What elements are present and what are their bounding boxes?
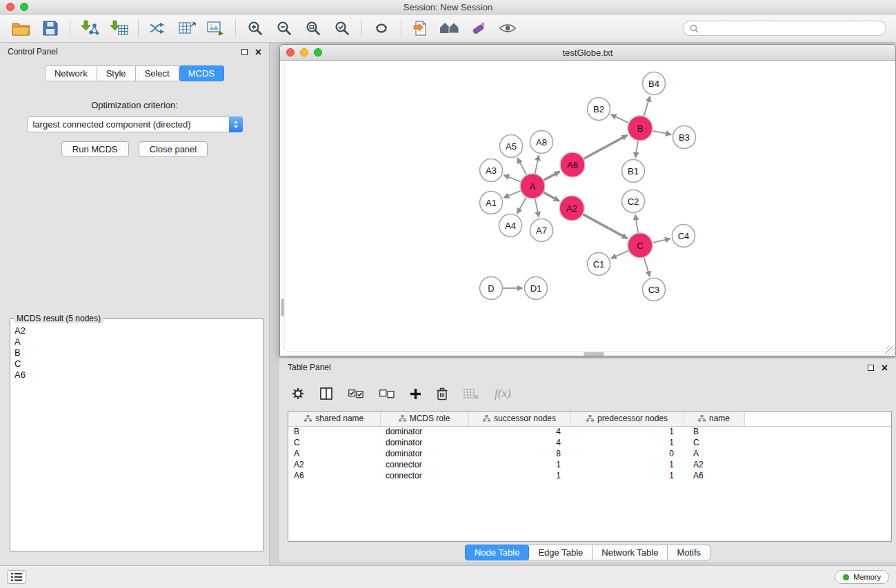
add-row-button[interactable] — [410, 389, 421, 399]
edge-A-A6[interactable] — [544, 172, 560, 181]
tab-style[interactable]: Style — [97, 65, 136, 81]
edge-A-A5[interactable] — [517, 158, 526, 175]
float-table-panel-icon[interactable] — [868, 365, 874, 371]
table-cell[interactable]: B — [288, 426, 380, 437]
edge-C-C1[interactable] — [611, 250, 629, 258]
table-tab-network-table[interactable]: Network Table — [593, 545, 668, 560]
zoom-in-button[interactable] — [241, 17, 270, 40]
table-row[interactable]: A2connector11A2 — [288, 459, 892, 470]
edge-A-A2[interactable] — [544, 192, 559, 201]
edge-B-B2[interactable] — [611, 114, 629, 123]
open-session-button[interactable] — [7, 17, 36, 40]
edge-A-A7[interactable] — [535, 199, 539, 217]
new-table-button[interactable] — [172, 17, 201, 40]
import-table-button[interactable] — [104, 17, 133, 40]
zoom-window-button[interactable] — [20, 3, 28, 11]
tab-mcds[interactable]: MCDS — [179, 65, 224, 81]
table-cell[interactable]: connector — [380, 459, 468, 470]
close-network-button[interactable] — [286, 48, 295, 57]
table-cell[interactable]: A2 — [288, 459, 380, 470]
search-field[interactable] — [683, 21, 886, 36]
table-cell[interactable]: 0 — [570, 448, 684, 459]
table-cell[interactable]: 1 — [570, 470, 684, 481]
save-session-button[interactable] — [36, 17, 65, 40]
edge-A-A4[interactable] — [517, 197, 527, 214]
new-network-button[interactable] — [143, 17, 172, 40]
edge-C-C3[interactable] — [644, 257, 650, 276]
optimization-criterion-select[interactable]: largest connected component (directed) — [27, 116, 243, 132]
table-settings-button[interactable] — [292, 387, 304, 400]
zoom-selected-button[interactable] — [328, 17, 357, 40]
edge-A-A8[interactable] — [535, 155, 539, 174]
table-cell[interactable]: 1 — [468, 470, 570, 481]
table-cell[interactable]: 1 — [570, 437, 684, 448]
zoom-fit-button[interactable] — [299, 17, 328, 40]
table-cell[interactable]: dominator — [380, 448, 468, 459]
network-canvas[interactable]: B4B2BB3A5A8A6A3B1AC2A1A2A4A7C4CC1C3DD1 — [280, 61, 895, 356]
close-table-panel-icon[interactable]: × — [882, 365, 888, 371]
function-builder-button[interactable]: f(x) — [495, 387, 511, 401]
column-header-shared-name[interactable]: shared name — [288, 412, 380, 426]
column-header-predecessor-nodes[interactable]: predecessor nodes — [570, 412, 684, 426]
select-all-button[interactable] — [348, 389, 364, 398]
table-cell[interactable]: A2 — [684, 459, 744, 470]
vertical-scroll-thumb[interactable] — [281, 298, 284, 316]
apply-style-button[interactable] — [464, 17, 493, 40]
close-panel-button[interactable]: Close panel — [139, 141, 208, 157]
mcds-result-list[interactable]: A2ABCA6 — [10, 319, 263, 387]
table-cell[interactable]: 1 — [468, 459, 570, 470]
import-network-button[interactable] — [75, 17, 104, 40]
network-graph[interactable]: B4B2BB3A5A8A6A3B1AC2A1A2A4A7C4CC1C3DD1 — [280, 61, 895, 356]
memory-button[interactable]: Memory — [835, 570, 889, 584]
show-panels-button[interactable] — [7, 570, 26, 584]
column-header-MCDS-role[interactable]: MCDS role — [380, 412, 468, 426]
edge-A-A1[interactable] — [504, 191, 521, 198]
delete-row-button[interactable] — [437, 387, 448, 401]
table-row[interactable]: Cdominator41C — [288, 437, 892, 448]
table-cell[interactable]: connector — [380, 470, 468, 481]
close-panel-icon[interactable]: × — [255, 49, 261, 55]
search-input[interactable] — [702, 23, 879, 33]
column-header-successor-nodes[interactable]: successor nodes — [468, 412, 570, 426]
edge-C-C4[interactable] — [653, 239, 670, 243]
edge-B-B1[interactable] — [635, 141, 638, 158]
zoom-out-button[interactable] — [270, 17, 299, 40]
table-tab-edge-table[interactable]: Edge Table — [529, 545, 593, 560]
home-button[interactable] — [435, 17, 464, 40]
table-cell[interactable]: dominator — [380, 426, 468, 437]
edge-A2-C[interactable] — [583, 214, 628, 239]
float-panel-icon[interactable] — [241, 49, 248, 55]
table-cell[interactable]: A6 — [684, 470, 744, 481]
deselect-all-button[interactable] — [379, 389, 395, 398]
show-hide-button[interactable] — [493, 17, 522, 40]
table-cell[interactable]: B — [684, 426, 744, 437]
export-image-button[interactable] — [201, 17, 230, 40]
export-network-button[interactable] — [406, 17, 435, 40]
resize-grip[interactable] — [886, 346, 895, 355]
table-cell[interactable]: A6 — [288, 470, 380, 481]
table-row[interactable]: A6connector11A6 — [288, 470, 892, 481]
tab-select[interactable]: Select — [136, 65, 179, 81]
table-row[interactable]: Bdominator41B — [288, 426, 892, 437]
table-cell[interactable]: C — [288, 437, 380, 448]
zoom-network-button[interactable] — [314, 48, 322, 57]
table-cell[interactable]: 1 — [570, 459, 684, 470]
tab-network[interactable]: Network — [45, 65, 97, 81]
table-cell[interactable]: dominator — [380, 437, 468, 448]
column-browser-button[interactable] — [320, 387, 332, 400]
table-cell[interactable]: A — [288, 448, 380, 459]
table-cell[interactable]: 4 — [468, 437, 570, 448]
table-tab-motifs[interactable]: Motifs — [668, 545, 710, 560]
edge-B-B3[interactable] — [653, 131, 671, 135]
table-cell[interactable]: 4 — [468, 426, 570, 437]
close-window-button[interactable] — [6, 3, 14, 11]
edge-A-A3[interactable] — [504, 175, 521, 182]
table-cell[interactable]: 1 — [570, 426, 684, 437]
edge-C-C2[interactable] — [635, 214, 638, 233]
table-tab-node-table[interactable]: Node Table — [465, 545, 530, 560]
horizontal-scroll-thumb[interactable] — [584, 352, 604, 356]
table-row[interactable]: Adominator80A — [288, 448, 892, 459]
column-header-name[interactable]: name — [684, 412, 744, 426]
delete-table-button[interactable] — [464, 389, 479, 399]
minimize-network-button[interactable] — [300, 48, 308, 57]
